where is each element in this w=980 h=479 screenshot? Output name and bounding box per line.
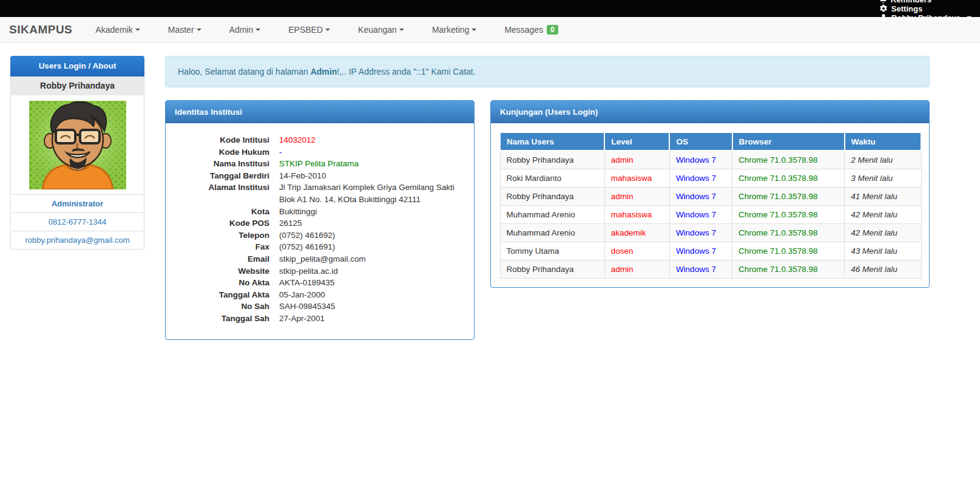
table-row: Roki MardiantomahasiswaWindows 7Chrome 7… (500, 169, 921, 187)
cell-browser: Chrome 71.0.3578.98 (732, 223, 845, 242)
avatar-illustration (29, 101, 126, 189)
cell-name: Roki Mardianto (500, 169, 604, 187)
nav-item-epsbed[interactable]: EPSBED (288, 25, 330, 35)
sidebar-user-name: Robby Prihandaya (10, 76, 144, 95)
topbar-item-label: Robby Prihandaya (891, 13, 961, 22)
sidebar-contact-row[interactable]: robby.prihandaya@gmail.com (11, 231, 144, 249)
cell-waktu: 2 Menit lalu (845, 151, 921, 169)
field-row: No SahSAH-09845345 (175, 301, 465, 313)
caret-down-icon (399, 29, 404, 31)
field-row: Kode Hukum- (175, 146, 465, 158)
identitas-fields: Kode Intitusi14032012Kode Hukum-Nama Ins… (166, 123, 474, 339)
field-value: stkip_pelita@gmail.com (279, 253, 465, 265)
cell-waktu: 46 Menit lalu (845, 260, 921, 278)
field-value: Bukittinggi (279, 206, 465, 218)
cell-os: Windows 7 (669, 242, 732, 260)
cell-waktu: 42 Menit lalu (845, 205, 921, 223)
field-value: AKTA-0189435 (279, 277, 465, 289)
table-body: Robby PrihandayaadminWindows 7Chrome 71.… (500, 151, 921, 278)
field-label: Kota (175, 206, 269, 218)
cell-level: mahasiswa (604, 205, 669, 223)
field-value: 05-Jan-2000 (279, 289, 465, 301)
field-row: No AktaAKTA-0189435 (175, 277, 465, 289)
cell-name: Robby Prihandaya (500, 260, 604, 278)
sidebar-contact-row[interactable]: 0812-6777-1344 (11, 212, 144, 231)
nav-item-admin[interactable]: Admin (229, 25, 261, 35)
caret-down-icon (197, 29, 201, 31)
column-header-name: Nama Users (500, 132, 604, 151)
caret-down-icon (471, 29, 476, 31)
field-value: 14032012 (279, 134, 465, 146)
topbar-item-settings[interactable]: Settings (879, 4, 972, 13)
field-value: 26125 (279, 217, 465, 229)
field-label: Nama Institusi (175, 158, 269, 170)
nav-item-label: Marketing (432, 25, 469, 35)
caret-down-icon (967, 16, 972, 19)
field-value: Jl Trip Jamaksari Komplek Griya Gemilang… (279, 182, 465, 205)
cell-os: Windows 7 (669, 260, 732, 278)
field-value: SAH-09845345 (279, 301, 465, 313)
welcome-alert: Haloo, Selamat datang di halaman Admin!,… (165, 56, 930, 87)
field-value: 27-Apr-2001 (279, 313, 465, 325)
nav-item-akademik[interactable]: Akademik (95, 25, 140, 35)
field-row: Nama InstitusiSTKIP Pelita Pratama (175, 158, 465, 170)
field-label: Tanggal Sah (175, 313, 269, 325)
cell-name: Muhammad Arenio (500, 223, 604, 242)
cell-level: admin (604, 151, 669, 169)
field-value: 14-Feb-2010 (279, 170, 465, 182)
cell-browser: Chrome 71.0.3578.98 (732, 205, 845, 223)
caret-down-icon (135, 29, 140, 31)
topbar-item-label: Settings (891, 4, 922, 13)
field-label: Telepon (175, 229, 269, 242)
field-row: Websitestkip-pelita.ac.id (175, 265, 465, 277)
field-row: Tanggal Akta05-Jan-2000 (175, 289, 465, 301)
column-header-browser: Browser (732, 132, 845, 151)
cell-waktu: 43 Menit lalu (845, 242, 921, 260)
field-row: Telepon(0752) 461692) (175, 229, 465, 242)
cell-os: Windows 7 (669, 223, 732, 242)
field-label: Tanggal Berdiri (175, 170, 269, 182)
column-header-waktu: Waktu (845, 132, 921, 151)
cell-os: Windows 7 (669, 151, 732, 169)
table-row: Tommy UtamadosenWindows 7Chrome 71.0.357… (500, 242, 921, 260)
nav-item-label: Admin (229, 25, 254, 35)
identitas-panel-title: Identitas Institusi (166, 101, 474, 123)
field-value: (0752) 461692) (279, 229, 465, 242)
topbar-items: RemindersSettingsRobby Prihandaya (863, 0, 972, 22)
topbar: RemindersSettingsRobby Prihandaya (0, 0, 980, 17)
nav-item-messages[interactable]: Messages0 (504, 25, 558, 35)
field-value: STKIP Pelita Pratama (279, 158, 465, 170)
nav-item-keuangan[interactable]: Keuangan (358, 25, 404, 35)
cell-browser: Chrome 71.0.3578.98 (732, 260, 845, 278)
cell-level: akademik (604, 223, 669, 242)
field-label: Tanggal Akta (175, 289, 269, 301)
cell-level: dosen (604, 242, 669, 260)
cell-name: Tommy Utama (500, 242, 604, 260)
nav-item-master[interactable]: Master (168, 25, 201, 35)
field-value: stkip-pelita.ac.id (279, 265, 465, 277)
panels-row: Identitas Institusi Kode Intitusi1403201… (165, 100, 930, 340)
sidebar-title: Users Login / About (10, 56, 144, 76)
cell-name: Robby Prihandaya (500, 151, 604, 169)
brand-logo[interactable]: SIKAMPUS (9, 23, 72, 36)
field-row: Tanggal Berdiri14-Feb-2010 (175, 170, 465, 182)
kunjungan-table: Nama UsersLevelOSBrowserWaktu Robby Prih… (499, 132, 922, 279)
sidebar-contact-row[interactable]: Administrator (11, 194, 144, 212)
field-value: - (279, 146, 465, 158)
nav-item-label: Messages (504, 25, 543, 35)
nav-item-label: Master (168, 25, 194, 35)
cell-browser: Chrome 71.0.3578.98 (732, 169, 845, 187)
nav-item-marketing[interactable]: Marketing (432, 25, 476, 35)
field-label: Kode Intitusi (175, 134, 269, 146)
kunjungan-panel-title: Kunjungan (Users Login) (491, 101, 929, 123)
cell-waktu: 3 Menit lalu (845, 169, 921, 187)
topbar-item-user-menu[interactable]: Robby Prihandaya (879, 13, 972, 22)
bell-icon (879, 0, 887, 4)
navbar: SIKAMPUS AkademikMasterAdminEPSBEDKeuang… (0, 17, 980, 42)
gear-icon (879, 4, 888, 13)
table-row: Robby PrihandayaadminWindows 7Chrome 71.… (500, 187, 921, 205)
nav-items: AkademikMasterAdminEPSBEDKeuanganMarketi… (95, 25, 586, 35)
kunjungan-table-wrap: Nama UsersLevelOSBrowserWaktu Robby Prih… (491, 123, 929, 287)
page-content: Users Login / About Robby Prihandaya (0, 42, 980, 340)
alert-text: Haloo, Selamat datang di halaman Admin!,… (178, 67, 476, 76)
